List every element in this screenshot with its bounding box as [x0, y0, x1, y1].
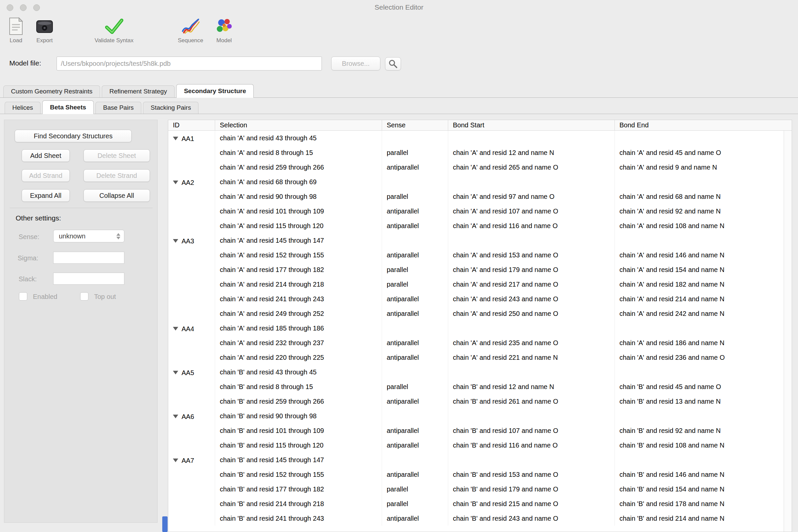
- table-row[interactable]: chain 'A' and resid 115 through 120 anti…: [168, 218, 792, 233]
- column-header-id[interactable]: ID: [168, 120, 215, 130]
- collapse-all-button[interactable]: Collapse All: [83, 189, 150, 202]
- table-row[interactable]: chain 'B' and resid 8 through 15 paralle…: [168, 379, 792, 394]
- export-toolbar-button[interactable]: Export: [31, 16, 58, 44]
- subtab-stacking-pairs[interactable]: Stacking Pairs: [143, 102, 198, 114]
- row-sense: [382, 408, 448, 423]
- disclosure-triangle-icon[interactable]: [173, 327, 178, 330]
- subtab-base-pairs[interactable]: Base Pairs: [95, 102, 141, 114]
- search-button[interactable]: [385, 57, 401, 71]
- disclosure-triangle-icon[interactable]: [173, 180, 178, 184]
- row-bond-end: chain 'A' and resid 68 and name N: [615, 189, 792, 204]
- table-row[interactable]: chain 'B' and resid 101 through 109 anti…: [168, 423, 792, 438]
- sequence-toolbar-button[interactable]: Sequence: [170, 16, 211, 44]
- row-sense: [382, 365, 448, 379]
- table-row[interactable]: AA4 chain 'A' and resid 185 through 186: [168, 321, 792, 336]
- row-sense: [382, 453, 448, 467]
- slack-input[interactable]: [53, 273, 125, 285]
- row-bond-start: chain 'B' and resid 12 and name N: [448, 379, 615, 394]
- row-selection: chain 'A' and resid 185 through 186: [215, 321, 382, 336]
- table-row[interactable]: AA6 chain 'B' and resid 90 through 98: [168, 408, 792, 423]
- beta-sheets-table: ID Selection Sense Bond Start Bond End A…: [168, 120, 792, 532]
- table-row[interactable]: chain 'A' and resid 8 through 15 paralle…: [168, 145, 792, 160]
- sense-dropdown[interactable]: unknown: [53, 230, 125, 242]
- table-row[interactable]: chain 'A' and resid 177 through 182 para…: [168, 262, 792, 277]
- row-sense: antiparallel: [382, 336, 448, 350]
- window-title: Selection Editor: [0, 3, 798, 11]
- column-header-selection[interactable]: Selection: [215, 120, 382, 130]
- row-bond-start: [448, 174, 615, 189]
- load-toolbar-button[interactable]: Load: [2, 16, 30, 44]
- row-sense: [382, 321, 448, 336]
- table-row[interactable]: AA2 chain 'A' and resid 68 through 69: [168, 174, 792, 189]
- vertical-scrollbar[interactable]: [784, 131, 792, 532]
- disclosure-triangle-icon[interactable]: [173, 371, 178, 374]
- table-row[interactable]: chain 'A' and resid 232 through 237 anti…: [168, 336, 792, 350]
- row-sense: parallel: [382, 145, 448, 160]
- row-bond-end: chain 'A' and resid 236 and name O: [615, 350, 792, 365]
- top-out-checkbox-label: Top out: [94, 293, 116, 301]
- toolbar: Load Export Validate Syntax: [0, 15, 798, 53]
- disclosure-triangle-icon[interactable]: [173, 239, 178, 243]
- row-bond-start: chain 'A' and resid 265 and name O: [448, 160, 615, 174]
- table-row[interactable]: chain 'B' and resid 241 through 243 anti…: [168, 511, 792, 526]
- table-row[interactable]: chain 'A' and resid 241 through 243 anti…: [168, 291, 792, 306]
- row-selection: chain 'A' and resid 152 through 155: [215, 248, 382, 262]
- disclosure-triangle-icon[interactable]: [173, 458, 178, 462]
- table-row[interactable]: chain 'B' and resid 259 through 266 anti…: [168, 394, 792, 408]
- add-strand-button[interactable]: Add Strand: [22, 169, 70, 182]
- enabled-checkbox[interactable]: [19, 292, 27, 301]
- subtab-helices[interactable]: Helices: [5, 102, 41, 114]
- row-selection: chain 'A' and resid 115 through 120: [215, 218, 382, 233]
- disclosure-triangle-icon[interactable]: [173, 415, 178, 418]
- model-toolbar-button[interactable]: Model: [207, 16, 241, 44]
- table-body[interactable]: AA1 chain 'A' and resid 43 through 45 ch…: [168, 131, 792, 526]
- table-row[interactable]: chain 'A' and resid 90 through 98 parall…: [168, 189, 792, 204]
- model-file-input[interactable]: [57, 57, 322, 71]
- table-row[interactable]: AA5 chain 'B' and resid 43 through 45: [168, 365, 792, 379]
- tab-custom-geometry-restraints[interactable]: Custom Geometry Restraints: [3, 86, 100, 97]
- browse-button[interactable]: Browse...: [331, 57, 380, 71]
- table-row[interactable]: chain 'A' and resid 214 through 218 para…: [168, 277, 792, 291]
- add-sheet-button[interactable]: Add Sheet: [22, 149, 70, 162]
- row-bond-end: chain 'A' and resid 242 and name N: [615, 306, 792, 321]
- panel-separator: [10, 208, 153, 208]
- row-bond-start: chain 'A' and resid 243 and name O: [448, 291, 615, 306]
- row-selection: chain 'B' and resid 145 through 147: [215, 453, 382, 467]
- sense-label: Sense:: [19, 233, 39, 241]
- row-sense: parallel: [382, 379, 448, 394]
- column-header-sense[interactable]: Sense: [382, 120, 448, 130]
- table-row[interactable]: AA3 chain 'A' and resid 145 through 147: [168, 233, 792, 248]
- expand-all-button[interactable]: Expand All: [22, 189, 70, 202]
- table-row[interactable]: chain 'A' and resid 259 through 266 anti…: [168, 160, 792, 174]
- row-selection: chain 'A' and resid 177 through 182: [215, 262, 382, 277]
- table-row[interactable]: chain 'A' and resid 101 through 109 anti…: [168, 204, 792, 218]
- find-secondary-structures-button[interactable]: Find Secondary Structures: [15, 130, 132, 142]
- scroll-accent: [162, 516, 168, 532]
- row-bond-end: chain 'B' and resid 154 and name N: [615, 482, 792, 496]
- column-header-bond-start[interactable]: Bond Start: [448, 120, 615, 130]
- delete-strand-button[interactable]: Delete Strand: [83, 169, 150, 182]
- row-bond-start: [448, 233, 615, 248]
- delete-sheet-button[interactable]: Delete Sheet: [83, 149, 150, 162]
- table-row[interactable]: AA7 chain 'B' and resid 145 through 147: [168, 453, 792, 467]
- row-selection: chain 'A' and resid 249 through 252: [215, 306, 382, 321]
- sigma-input[interactable]: [53, 252, 125, 264]
- row-id: AA5: [182, 369, 194, 376]
- table-row[interactable]: chain 'A' and resid 220 through 225 anti…: [168, 350, 792, 365]
- tab-refinement-strategy[interactable]: Refinement Strategy: [102, 86, 174, 97]
- top-out-checkbox[interactable]: [80, 292, 89, 301]
- table-row[interactable]: chain 'A' and resid 249 through 252 anti…: [168, 306, 792, 321]
- column-header-bond-end[interactable]: Bond End: [615, 120, 792, 130]
- tab-secondary-structure[interactable]: Secondary Structure: [176, 84, 254, 98]
- document-icon: [8, 16, 24, 37]
- table-row[interactable]: chain 'B' and resid 214 through 218 para…: [168, 496, 792, 511]
- titlebar: Selection Editor: [0, 0, 798, 15]
- subtab-beta-sheets[interactable]: Beta Sheets: [42, 100, 94, 114]
- validate-syntax-toolbar-button[interactable]: Validate Syntax: [87, 16, 141, 44]
- table-row[interactable]: chain 'B' and resid 152 through 155 anti…: [168, 467, 792, 482]
- table-row[interactable]: chain 'B' and resid 177 through 182 para…: [168, 482, 792, 496]
- table-row[interactable]: chain 'A' and resid 152 through 155 anti…: [168, 248, 792, 262]
- table-row[interactable]: AA1 chain 'A' and resid 43 through 45: [168, 131, 792, 145]
- disclosure-triangle-icon[interactable]: [173, 137, 178, 140]
- table-row[interactable]: chain 'B' and resid 115 through 120 anti…: [168, 438, 792, 453]
